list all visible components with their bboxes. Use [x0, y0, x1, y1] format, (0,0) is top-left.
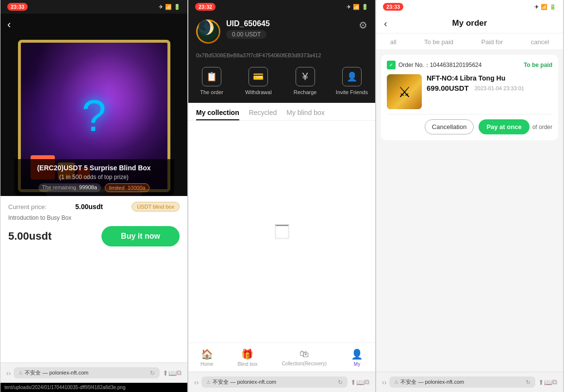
buy-button[interactable]: Buy it now [101, 226, 180, 246]
browser-bar-2: ‹ › ⚠ 不安全 — poloniex-nft.com ↻ ⬆ 📖 ⧉ [188, 372, 375, 392]
bottom-nav-2: 🏠 Home 🎁 Blind box 🛍 Collection(Recovery… [188, 343, 375, 372]
reload-icon-2[interactable]: ↻ [338, 379, 343, 386]
my-order-title: My order [452, 18, 487, 28]
invite-label: Invite Friends [336, 89, 368, 95]
order-tab-cancel[interactable]: cancel [531, 38, 549, 49]
tab-my-collection[interactable]: My collection [196, 109, 239, 120]
status-bar-3: 23:33 ✈ 📶 🔋 [376, 0, 563, 14]
menu-item-recharge[interactable]: ¥ Recharge [282, 67, 329, 95]
withdrawal-icon: 💳 [249, 67, 268, 86]
nft-thumbnail: ⚔ [387, 74, 422, 109]
order-tab-paid[interactable]: Paid for [481, 38, 503, 49]
price-label-row: Current price: 5.00usdt USDT blind box [8, 202, 180, 212]
lock-icon-2: ⚠ [206, 379, 211, 385]
bookmarks-icon-2[interactable]: 📖 [356, 378, 365, 386]
nft-price: 699.00USDT [427, 84, 469, 92]
pay-section: Pay at once of order [479, 119, 552, 134]
my-icon: 👤 [351, 348, 363, 360]
airplane-icon: ✈ [159, 4, 163, 10]
tabs-icon-2[interactable]: ⧉ [365, 378, 369, 386]
phone1-content: ‹ ? [0, 14, 187, 362]
reload-icon-1[interactable]: ↻ [150, 370, 155, 376]
nft-info: NFT-NO:4 Libra Tong Hu 699.00USDT 2023-0… [427, 74, 552, 109]
question-mark: ? [82, 91, 106, 141]
collection-tabs: My collection Recycled My blind box [188, 103, 375, 121]
limited-tag: limited 10000a [105, 183, 150, 192]
tab-my-blind-box[interactable]: My blind box [286, 109, 325, 120]
order-label: The order [200, 89, 223, 95]
browser-forward-2[interactable]: › [197, 378, 199, 386]
limited-label: limited [109, 185, 125, 191]
tabs-icon-3[interactable]: ⧉ [552, 378, 557, 386]
nav-my[interactable]: 👤 My [351, 348, 363, 367]
tabs-icon-1[interactable]: ⧉ [177, 369, 182, 377]
price-display: 5.00usdt [8, 230, 51, 243]
tab-recycled[interactable]: Recycled [249, 109, 277, 120]
invite-icon: 👤 [342, 67, 362, 86]
status-time-2: 23:32 [195, 3, 216, 11]
share-icon-1[interactable]: ⬆ [163, 369, 168, 377]
collection-label: Collection(Recovery) [282, 361, 327, 366]
menu-item-invite[interactable]: 👤 Invite Friends [329, 67, 375, 95]
browser-url-1[interactable]: ⚠ 不安全 — poloniex-nft.com ↻ [14, 367, 160, 378]
phone1-bottom-info: Current price: 5.00usdt USDT blind box I… [0, 196, 187, 362]
wifi-icon-3: 📶 [541, 4, 547, 10]
menu-item-withdrawal[interactable]: 💳 Withdrawal [235, 67, 282, 95]
user-info: UID_650645 0.00 USDT [226, 19, 353, 39]
browser-forward-3[interactable]: › [384, 378, 387, 386]
share-icon-3[interactable]: ⬆ [538, 378, 544, 386]
share-icon-2[interactable]: ⬆ [350, 378, 356, 386]
blind-box-subtitle: (1 in 500 odds of top prize) [18, 174, 170, 180]
settings-gear-icon[interactable]: ⚙ [359, 19, 367, 31]
blind-box-nav-label: Blind box [237, 361, 257, 367]
order-no-value: 1044638120195624 [430, 62, 482, 68]
recharge-icon: ¥ [296, 67, 315, 86]
back-button-1[interactable]: ‹ [7, 18, 11, 31]
url-text-1: 不安全 — poloniex-nft.com [25, 369, 88, 376]
avatar-face: 🌒 [198, 20, 215, 35]
status-time-3: 23:33 [383, 3, 403, 11]
airplane-icon-2: ✈ [347, 4, 351, 10]
nav-collection[interactable]: 🛍 Collection(Recovery) [282, 348, 327, 366]
browser-forward-1[interactable]: › [9, 369, 11, 377]
wifi-icon-2: 📶 [353, 4, 360, 10]
collection-icon: 🛍 [299, 348, 309, 359]
reload-icon-3[interactable]: ↻ [526, 379, 531, 386]
cancellation-button[interactable]: Cancellation [425, 119, 474, 134]
phone-2: 23:32 ✈ 📶 🔋 🌒 UID_650645 0.00 USDT ⚙ 0x7… [188, 0, 376, 392]
path-url: tent/uploads/2024/01/1704410035-dff95f41… [0, 383, 187, 392]
menu-item-order[interactable]: 📋 The order [188, 67, 235, 95]
order-tab-all[interactable]: all [390, 38, 397, 49]
avatar-inner: 🌒 [198, 21, 219, 42]
pay-at-once-button[interactable]: Pay at once [479, 119, 529, 134]
lock-icon-1: ⚠ [18, 370, 23, 376]
order-no-prefix: Order No.： [398, 62, 430, 68]
order-no-text: Order No.：1044638120195624 [398, 61, 481, 69]
browser-url-2[interactable]: ⚠ 不安全 — poloniex-nft.com ↻ [201, 376, 348, 388]
phone-3: 23:33 ✈ 📶 🔋 ‹ My order all To be paid Pa… [376, 0, 564, 392]
bookmarks-icon-3[interactable]: 📖 [544, 378, 552, 386]
home-label: Home [200, 361, 214, 367]
browser-url-3[interactable]: ⚠ 不安全 — poloniex-nft.com ↻ [389, 376, 535, 388]
battery-icon-2: 🔋 [362, 4, 368, 10]
url-text-2: 不安全 — poloniex-nft.com [213, 378, 276, 386]
status-icons-1: ✈ 📶 🔋 [159, 4, 181, 10]
back-button-3[interactable]: ‹ [384, 18, 387, 29]
status-icons-3: ✈ 📶 🔋 [534, 4, 556, 10]
current-price-value: 5.00usdt [75, 203, 103, 211]
status-bar-2: 23:32 ✈ 📶 🔋 [188, 0, 375, 14]
nav-blind-box[interactable]: 🎁 Blind box [237, 348, 257, 367]
intro-label: Introduction to Busy Box [8, 214, 180, 221]
tags-row: The remaining 99908a limited 10000a [18, 183, 170, 192]
bookmarks-icon-1[interactable]: 📖 [168, 369, 177, 377]
url-text-3: 不安全 — poloniex-nft.com [400, 378, 464, 386]
browser-bar-3: ‹ › ⚠ 不安全 — poloniex-nft.com ↻ ⬆ 📖 ⧉ [376, 372, 563, 392]
usdt-balance: 0.00 USDT [226, 30, 266, 39]
nft-name: NFT-NO:4 Libra Tong Hu [427, 74, 552, 82]
lock-icon-3: ⚠ [394, 379, 398, 385]
my-order-header: ‹ My order [376, 14, 563, 33]
nav-home[interactable]: 🏠 Home [200, 348, 214, 367]
blind-box-title: (ERC20)USDT 5 Surprise Blind Box [18, 164, 170, 172]
blind-box-nav-icon: 🎁 [241, 348, 253, 360]
order-tab-to-be-paid[interactable]: To be paid [424, 38, 453, 49]
